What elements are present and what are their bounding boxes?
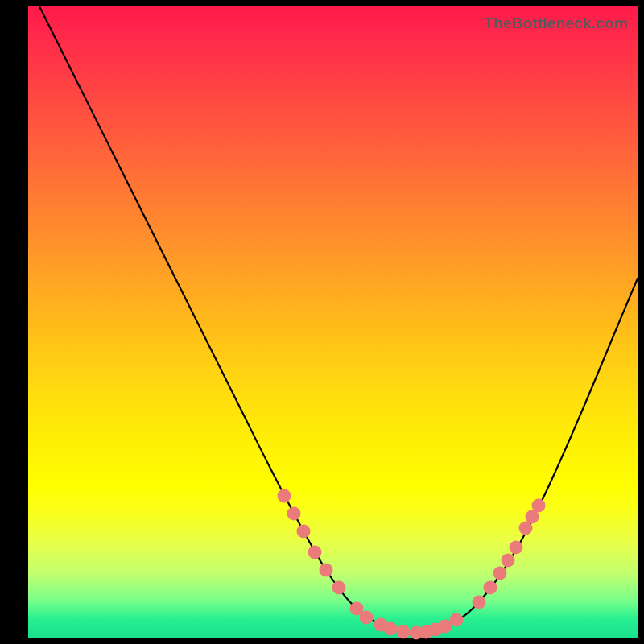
- highlight-dot: [332, 581, 346, 595]
- chart-canvas: TheBottleneck.com: [0, 0, 644, 644]
- highlight-dot: [384, 622, 398, 636]
- highlight-dot: [278, 489, 291, 503]
- highlight-dot: [532, 499, 546, 513]
- bottleneck-curve: [39, 6, 638, 633]
- highlight-dot: [510, 541, 523, 555]
- curve-layer: [28, 6, 638, 638]
- highlight-dot: [473, 596, 486, 609]
- highlight-dot: [502, 554, 515, 568]
- highlight-dot: [493, 567, 507, 580]
- highlight-dot: [484, 581, 497, 595]
- highlight-dot: [320, 564, 333, 577]
- highlight-dot: [397, 625, 411, 639]
- highlight-dot: [287, 507, 301, 521]
- highlight-dot: [297, 525, 311, 539]
- plot-area: TheBottleneck.com: [28, 6, 638, 638]
- highlight-dot: [308, 546, 322, 559]
- highlight-dot: [450, 613, 464, 627]
- highlight-dots: [278, 489, 546, 640]
- highlight-dot: [360, 611, 374, 625]
